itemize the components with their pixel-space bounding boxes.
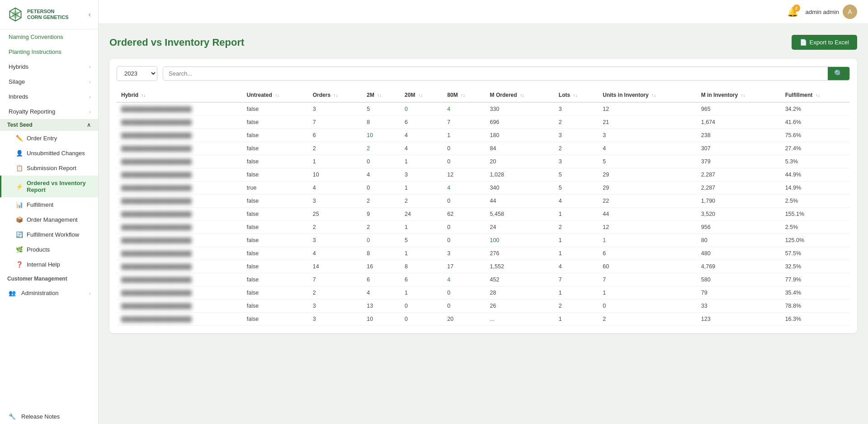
royalty-chevron-icon: › — [89, 109, 91, 114]
logo-area: PETERSONCORN GENETICS ‹ — [0, 0, 98, 29]
test-seed-section-header: Test Seed ∧ — [0, 119, 98, 131]
fulfillment-workflow-label: Fulfillment Workflow — [27, 231, 79, 238]
order-management-label: Order Management — [27, 216, 78, 223]
page-header: Ordered vs Inventory Report 📄 Export to … — [109, 35, 857, 50]
silage-chevron-icon: › — [89, 79, 91, 85]
internal-help-label: Internal Help — [27, 261, 60, 268]
unsubmitted-changes-label: Unsubmitted Changes — [27, 150, 85, 157]
page-title: Ordered vs Inventory Report — [109, 37, 244, 48]
col-80m[interactable]: 80M ↑↓ — [443, 88, 485, 102]
table-row: ████████████████████false3130026203378.8… — [117, 300, 850, 313]
excel-icon: 📄 — [800, 39, 807, 46]
sidebar: PETERSONCORN GENETICS ‹ Naming Conventio… — [0, 0, 99, 424]
table-row: ████████████████████false76644527758077.… — [117, 273, 850, 286]
inbreds-chevron-icon: › — [89, 94, 91, 100]
table-row: ████████████████████false3220444221,7902… — [117, 195, 850, 208]
products-label: Products — [27, 246, 50, 253]
year-select[interactable]: 2023 2022 2021 2024 — [117, 66, 157, 81]
sidebar-item-submission-report[interactable]: 📋 Submission Report — [0, 161, 98, 176]
user-avatar: A — [843, 5, 857, 19]
table-controls: 2023 2022 2021 2024 🔍 — [117, 66, 850, 81]
search-button[interactable]: 🔍 — [828, 67, 849, 80]
hybrids-chevron-icon: › — [89, 64, 91, 70]
sidebar-item-unsubmitted-changes[interactable]: 👤 Unsubmitted Changes — [0, 146, 98, 161]
search-wrapper: 🔍 — [163, 67, 850, 81]
col-orders[interactable]: Orders ↑↓ — [308, 88, 363, 102]
topbar: 🔔 2 admin admin A — [99, 0, 868, 24]
col-m-inventory[interactable]: M in Inventory ↑↓ — [697, 88, 781, 102]
col-units-inventory[interactable]: Units in Inventory ↑↓ — [598, 88, 697, 102]
sidebar-item-planting-instructions[interactable]: Planting Instructions — [0, 44, 98, 59]
sidebar-item-silage[interactable]: Silage › — [0, 74, 98, 89]
table-row: ████████████████████false25924625,458144… — [117, 208, 850, 221]
sidebar-item-hybrids[interactable]: Hybrids › — [0, 59, 98, 74]
sidebar-item-administration[interactable]: 👥 Administration › — [0, 286, 98, 300]
user-menu[interactable]: admin admin A — [806, 5, 857, 19]
table-row: ████████████████████false610411803323875… — [117, 129, 850, 142]
page-content: Ordered vs Inventory Report 📄 Export to … — [99, 24, 868, 424]
inventory-table: Hybrid ↑↓ Untreated ↑↓ Orders ↑↓ 2M ↑↓ 2… — [117, 88, 850, 326]
export-excel-button[interactable]: 📄 Export to Excel — [792, 35, 857, 50]
sidebar-item-products[interactable]: 🌿 Products — [0, 242, 98, 257]
ordered-vs-inventory-label: Ordered vs Inventory Report — [27, 180, 91, 193]
user-name: admin admin — [806, 9, 839, 15]
customer-management-section-header: Customer Management — [0, 272, 98, 286]
sidebar-item-ordered-vs-inventory[interactable]: ⚡ Ordered vs Inventory Report — [0, 176, 98, 197]
table-row: ████████████████████false310020...121231… — [117, 313, 850, 326]
col-2m[interactable]: 2M ↑↓ — [362, 88, 400, 102]
sidebar-item-naming-conventions[interactable]: Naming Conventions — [0, 29, 98, 44]
sidebar-item-fulfillment[interactable]: 📊 Fulfillment — [0, 197, 98, 212]
order-entry-label: Order Entry — [27, 135, 57, 142]
sidebar-item-order-management[interactable]: 📦 Order Management — [0, 212, 98, 227]
logo-icon — [7, 6, 24, 23]
hybrids-label: Hybrids — [9, 63, 28, 70]
table-row: ████████████████████false14168171,552460… — [117, 260, 850, 273]
table-row: ████████████████████false78676962211,674… — [117, 116, 850, 129]
col-m-ordered[interactable]: M Ordered ↑↓ — [486, 88, 554, 102]
table-row: ████████████████████false48132761648057.… — [117, 247, 850, 260]
sidebar-item-inbreds[interactable]: Inbreds › — [0, 89, 98, 104]
administration-label: Administration — [21, 290, 58, 296]
col-hybrid[interactable]: Hybrid ↑↓ — [117, 88, 242, 102]
table-row: ████████████████████false30501001180125.… — [117, 234, 850, 247]
table-body: ████████████████████false350433031296534… — [117, 102, 850, 326]
table-row: ████████████████████false2240842430727.4… — [117, 142, 850, 155]
sidebar-item-release-notes[interactable]: 🔧 Release Notes — [0, 409, 98, 424]
sidebar-item-royalty-reporting[interactable]: Royalty Reporting › — [0, 104, 98, 119]
table-header: Hybrid ↑↓ Untreated ↑↓ Orders ↑↓ 2M ↑↓ 2… — [117, 88, 850, 102]
inbreds-label: Inbreds — [9, 93, 28, 100]
submission-report-label: Submission Report — [27, 165, 76, 172]
admin-chevron-icon: › — [89, 291, 91, 296]
col-untreated[interactable]: Untreated ↑↓ — [242, 88, 308, 102]
table-row: ████████████████████false2210242129562.5… — [117, 221, 850, 234]
notification-button[interactable]: 🔔 2 — [787, 6, 798, 17]
search-input[interactable] — [163, 67, 828, 80]
silage-label: Silage — [9, 78, 25, 85]
royalty-reporting-label: Royalty Reporting — [9, 108, 55, 115]
sidebar-collapse-button[interactable]: ‹ — [89, 10, 91, 19]
sidebar-item-fulfillment-workflow[interactable]: 🔄 Fulfillment Workflow — [0, 227, 98, 242]
test-seed-chevron-icon: ∧ — [87, 122, 91, 128]
sidebar-item-internal-help[interactable]: ❓ Internal Help — [0, 257, 98, 272]
col-20m[interactable]: 20M ↑↓ — [400, 88, 443, 102]
table-row: ████████████████████false101020353795.3% — [117, 155, 850, 168]
planting-instructions-label: Planting Instructions — [9, 48, 61, 55]
col-fulfillment[interactable]: Fulfillment ↑↓ — [781, 88, 850, 102]
report-table-container: 2023 2022 2021 2024 🔍 Hybrid ↑↓ Untreate… — [109, 59, 857, 333]
notification-badge: 2 — [793, 5, 800, 12]
sidebar-item-order-entry[interactable]: ✏️ Order Entry — [0, 131, 98, 146]
col-lots[interactable]: Lots ↑↓ — [554, 88, 598, 102]
table-row: ████████████████████true40143405292,2871… — [117, 181, 850, 195]
table-row: ████████████████████false241028117935.4% — [117, 286, 850, 300]
logo-text: PETERSONCORN GENETICS — [27, 9, 69, 20]
release-notes-label: Release Notes — [21, 413, 60, 420]
naming-conventions-label: Naming Conventions — [9, 33, 63, 40]
table-row: ████████████████████false350433031296534… — [117, 102, 850, 116]
fulfillment-label: Fulfillment — [27, 201, 53, 208]
main-area: 🔔 2 admin admin A Ordered vs Inventory R… — [99, 0, 868, 424]
table-row: ████████████████████false1043121,0285292… — [117, 168, 850, 181]
